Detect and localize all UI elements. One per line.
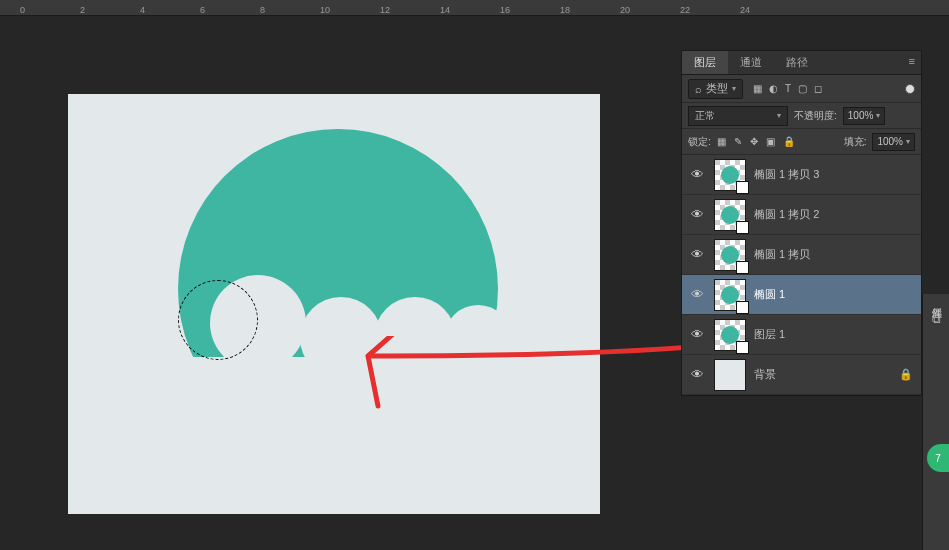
layer-thumbnail[interactable] <box>714 199 746 231</box>
opacity-input[interactable]: 100% ▾ <box>843 107 886 125</box>
lock-label: 锁定: <box>688 135 711 149</box>
chevron-down-icon: ▾ <box>732 84 736 93</box>
fill-input[interactable]: 100% ▾ <box>872 133 915 151</box>
opacity-value: 100% <box>848 110 874 121</box>
lock-transparency-icon[interactable]: ▦ <box>717 136 726 147</box>
chevron-down-icon: ▾ <box>777 111 781 120</box>
visibility-eye-icon[interactable]: 👁 <box>688 327 706 342</box>
visibility-eye-icon[interactable]: 👁 <box>688 367 706 382</box>
fill-label: 填充: <box>844 135 867 149</box>
scallop-4 <box>444 305 512 373</box>
visibility-eye-icon[interactable]: 👁 <box>688 287 706 302</box>
filter-smart-icon[interactable]: ◻ <box>814 83 822 94</box>
blend-mode-select[interactable]: 正常 ▾ <box>688 106 788 126</box>
layer-row[interactable]: 👁 椭圆 1 拷贝 <box>682 235 921 275</box>
lock-paint-icon[interactable]: ✎ <box>734 136 742 147</box>
layer-thumbnail[interactable] <box>714 359 746 391</box>
layer-name-label[interactable]: 椭圆 1 拷贝 <box>754 247 915 262</box>
layer-row[interactable]: 👁 图层 1 <box>682 315 921 355</box>
fill-value: 100% <box>877 136 903 147</box>
filter-toggle[interactable] <box>905 84 915 94</box>
layers-panel: 图层 通道 路径 ≡ ⌕ 类型 ▾ ▦ ◐ T ▢ ◻ 正常 ▾ <box>681 50 922 396</box>
lock-position-icon[interactable]: ✥ <box>750 136 758 147</box>
tab-channels[interactable]: 通道 <box>728 51 774 74</box>
panel-menu-icon[interactable]: ≡ <box>903 51 921 74</box>
layer-name-label[interactable]: 椭圆 1 <box>754 287 915 302</box>
visibility-eye-icon[interactable]: 👁 <box>688 167 706 182</box>
panel-tabs: 图层 通道 路径 ≡ <box>682 51 921 75</box>
marquee-selection <box>178 280 258 360</box>
filter-image-icon[interactable]: ▦ <box>753 83 762 94</box>
canvas[interactable] <box>68 94 600 514</box>
visibility-eye-icon[interactable]: 👁 <box>688 207 706 222</box>
layer-name-label[interactable]: 背景 <box>754 367 891 382</box>
lock-artboard-icon[interactable]: ▣ <box>766 136 775 147</box>
blend-row: 正常 ▾ 不透明度: 100% ▾ <box>682 103 921 129</box>
filter-kind-select[interactable]: ⌕ 类型 ▾ <box>688 79 743 99</box>
visibility-eye-icon[interactable]: 👁 <box>688 247 706 262</box>
link-icon[interactable]: ⧉ <box>932 312 941 326</box>
ruler-horizontal: 024681012141618202224 <box>0 0 949 16</box>
lock-row: 锁定: ▦ ✎ ✥ ▣ 🔒 填充: 100% ▾ <box>682 129 921 155</box>
lock-all-icon[interactable]: 🔒 <box>783 136 795 147</box>
chevron-down-icon: ▾ <box>876 111 880 120</box>
layer-row-selected[interactable]: 👁 椭圆 1 <box>682 275 921 315</box>
layer-row[interactable]: 👁 椭圆 1 拷贝 3 <box>682 155 921 195</box>
search-icon: ⌕ <box>695 83 702 95</box>
blend-mode-value: 正常 <box>695 109 715 123</box>
filter-kind-label: 类型 <box>706 81 728 96</box>
opacity-label: 不透明度: <box>794 109 837 123</box>
tab-layers[interactable]: 图层 <box>682 51 728 74</box>
collapsed-panel-strip: 属性 ⧉ <box>922 294 949 550</box>
filter-shape-icon[interactable]: ▢ <box>798 83 807 94</box>
layer-thumbnail[interactable] <box>714 239 746 271</box>
layer-filter-row: ⌕ 类型 ▾ ▦ ◐ T ▢ ◻ <box>682 75 921 103</box>
layer-list: 👁 椭圆 1 拷贝 3 👁 椭圆 1 拷贝 2 👁 椭圆 1 拷贝 👁 椭圆 1 <box>682 155 921 395</box>
tab-paths[interactable]: 路径 <box>774 51 820 74</box>
layer-row[interactable]: 👁 椭圆 1 拷贝 2 <box>682 195 921 235</box>
layer-name-label[interactable]: 图层 1 <box>754 327 915 342</box>
filter-type-icon[interactable]: T <box>785 83 791 94</box>
layer-name-label[interactable]: 椭圆 1 拷贝 3 <box>754 167 915 182</box>
notification-badge[interactable]: 7 <box>927 444 949 472</box>
chevron-down-icon: ▾ <box>906 137 910 146</box>
layer-thumbnail[interactable] <box>714 279 746 311</box>
filter-adjust-icon[interactable]: ◐ <box>769 83 778 94</box>
layer-row[interactable]: 👁 背景 🔒 <box>682 355 921 395</box>
layer-thumbnail[interactable] <box>714 319 746 351</box>
scallop-2 <box>300 297 382 379</box>
lock-icon: 🔒 <box>899 368 913 381</box>
layer-name-label[interactable]: 椭圆 1 拷贝 2 <box>754 207 915 222</box>
layer-thumbnail[interactable] <box>714 159 746 191</box>
